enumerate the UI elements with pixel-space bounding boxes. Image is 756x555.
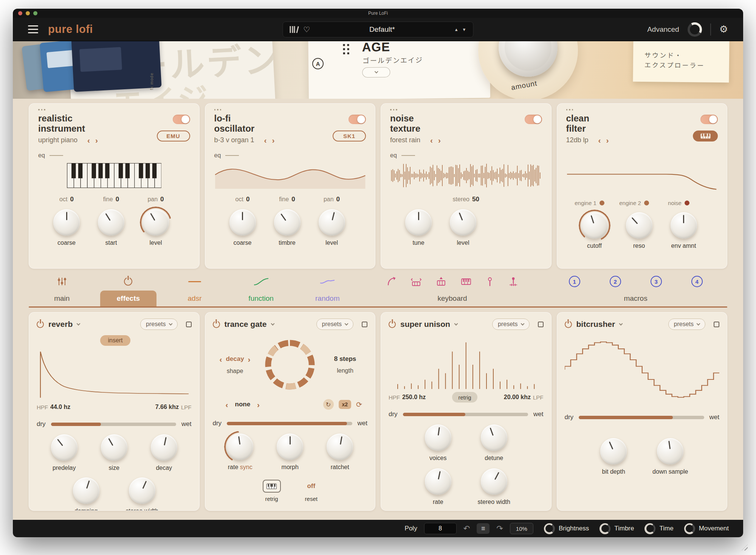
panel-options-dots[interactable] bbox=[38, 109, 190, 111]
brightness-knob[interactable] bbox=[544, 523, 555, 534]
double-speed-button[interactable]: x2 bbox=[339, 400, 352, 409]
current-preset-name[interactable]: Default* bbox=[310, 25, 454, 34]
lpf-value[interactable]: 20.00 khz bbox=[504, 394, 531, 401]
engine-2-indicator[interactable]: engine 2 bbox=[615, 199, 654, 207]
knob-cutoff[interactable]: cutoff bbox=[577, 212, 612, 249]
noise-eq-control[interactable]: eq bbox=[390, 152, 542, 159]
instrument-preset-name[interactable]: upright piano bbox=[38, 136, 77, 144]
prev-filter-icon[interactable]: ‹ bbox=[598, 136, 601, 144]
prev-preset-icon[interactable]: ‹ bbox=[264, 136, 267, 144]
ui-zoom-button[interactable]: 10% bbox=[510, 523, 533, 534]
gate-shape-selector[interactable]: ‹ decay › bbox=[219, 355, 250, 363]
library-icon[interactable] bbox=[290, 26, 297, 33]
knob-coarse[interactable]: coarse bbox=[225, 209, 260, 246]
panel-options-dots[interactable] bbox=[390, 109, 542, 111]
knob-down-sample[interactable]: down sample bbox=[651, 438, 690, 475]
favorite-icon[interactable]: ♡ bbox=[303, 25, 310, 34]
panel-options-dots[interactable] bbox=[566, 109, 718, 111]
noise-preset-name[interactable]: forest rain bbox=[390, 136, 420, 144]
knob-damping[interactable]: damping bbox=[67, 477, 106, 511]
fx-title[interactable]: reverb bbox=[48, 320, 73, 329]
preset-next-icon[interactable]: ▼ bbox=[462, 27, 466, 32]
time-knob[interactable] bbox=[644, 523, 655, 534]
knob-level[interactable]: level bbox=[445, 209, 481, 246]
knob-rate[interactable]: rate sync bbox=[220, 434, 260, 471]
hpf-value[interactable]: 44.0 hz bbox=[50, 404, 70, 410]
macro-time[interactable]: Time bbox=[644, 523, 673, 534]
fx-select-chevron-icon[interactable] bbox=[271, 322, 274, 325]
tab-function[interactable]: function bbox=[228, 272, 294, 306]
tab-keyboard[interactable]: keyboard bbox=[361, 272, 544, 306]
unison-presets-button[interactable]: presets bbox=[492, 319, 529, 330]
param-pan[interactable]: pan0 bbox=[314, 196, 350, 204]
undo-icon[interactable]: ↶ bbox=[463, 524, 470, 533]
pattern-prev-icon[interactable]: ‹ bbox=[226, 401, 228, 409]
macro-2-icon[interactable]: 2 bbox=[610, 276, 621, 287]
knob-reso[interactable]: reso bbox=[621, 212, 657, 249]
insert-mode-button[interactable]: insert bbox=[100, 335, 130, 346]
minimize-button[interactable] bbox=[26, 11, 30, 16]
advanced-toggle-label[interactable]: Advanced bbox=[647, 25, 679, 34]
fx-title[interactable]: trance gate bbox=[225, 320, 267, 329]
gear-icon[interactable]: ⚙ bbox=[719, 23, 728, 35]
unison-mix-slider[interactable] bbox=[403, 413, 528, 416]
macro-3-icon[interactable]: 3 bbox=[651, 276, 662, 287]
knob-predelay[interactable]: predelay bbox=[45, 434, 84, 471]
gate-reset-control[interactable]: off reset bbox=[305, 480, 318, 502]
osc2-eq-control[interactable]: eq bbox=[214, 152, 366, 159]
copy-icon[interactable] bbox=[186, 322, 192, 327]
unison-retrig-button[interactable]: retrig bbox=[452, 392, 477, 403]
engine-badge-sk1[interactable]: SK1 bbox=[333, 131, 366, 141]
macro-brightness[interactable]: Brightness bbox=[544, 523, 589, 534]
knob-voices[interactable]: voices bbox=[418, 424, 458, 462]
lpf-value[interactable]: 7.66 khz bbox=[155, 404, 179, 410]
prev-preset-icon[interactable]: ‹ bbox=[430, 136, 433, 144]
movement-knob[interactable] bbox=[684, 523, 695, 534]
pattern-next-icon[interactable]: › bbox=[257, 401, 260, 409]
macro-1-icon[interactable]: 1 bbox=[569, 276, 580, 287]
macro-4-icon[interactable]: 4 bbox=[691, 276, 703, 287]
bitcrusher-mix-slider[interactable] bbox=[579, 416, 704, 419]
engine-badge-emu[interactable]: EMU bbox=[157, 131, 190, 141]
preset-prev-icon[interactable]: ▲ bbox=[454, 27, 459, 32]
knob-coarse[interactable]: coarse bbox=[49, 209, 84, 246]
tab-macros[interactable]: 1 2 3 4 macros bbox=[544, 272, 727, 306]
reverb-power-icon[interactable] bbox=[37, 321, 44, 328]
gate-pattern-selector[interactable]: ‹ none › bbox=[226, 401, 260, 409]
osc1-eq-control[interactable]: eq bbox=[38, 152, 190, 159]
poly-value-input[interactable]: 8 bbox=[424, 523, 457, 534]
gate-step-ring[interactable] bbox=[257, 335, 323, 395]
fx-title[interactable]: super unison bbox=[400, 320, 450, 329]
filter-power-toggle[interactable] bbox=[700, 115, 718, 124]
next-filter-icon[interactable]: › bbox=[606, 136, 609, 144]
knob-size[interactable]: size bbox=[94, 434, 134, 471]
copy-icon[interactable] bbox=[362, 322, 367, 327]
param-pan[interactable]: pan0 bbox=[138, 196, 174, 204]
knob-morph[interactable]: morph bbox=[270, 434, 310, 471]
osc2-power-toggle[interactable] bbox=[349, 115, 366, 124]
noise-power-toggle[interactable] bbox=[525, 115, 542, 124]
tab-main[interactable]: main bbox=[29, 272, 95, 306]
preset-browser-bar[interactable]: ♡ Default* ▲ ▼ bbox=[283, 22, 474, 37]
osc1-power-toggle[interactable] bbox=[173, 115, 190, 124]
copy-icon[interactable] bbox=[714, 322, 719, 327]
reverb-presets-button[interactable]: presets bbox=[140, 319, 177, 330]
hpf-value[interactable]: 250.0 hz bbox=[402, 394, 426, 401]
filter-type-name[interactable]: 12db lp bbox=[566, 136, 589, 144]
knob-level[interactable]: level bbox=[314, 209, 350, 246]
knob-detune[interactable]: detune bbox=[474, 424, 514, 462]
prev-preset-icon[interactable]: ‹ bbox=[87, 136, 90, 144]
knob-decay[interactable]: decay bbox=[144, 434, 184, 471]
fx-title[interactable]: bitcrusher bbox=[576, 320, 615, 329]
param-fine[interactable]: fine0 bbox=[93, 196, 129, 204]
tab-random[interactable]: random bbox=[294, 272, 361, 306]
param-fine[interactable]: fine0 bbox=[270, 196, 305, 204]
redo-icon[interactable]: ↷ bbox=[496, 524, 503, 533]
knob-level[interactable]: level bbox=[138, 209, 174, 246]
osc-preset-name[interactable]: b-3 v organ 1 bbox=[214, 136, 254, 144]
knob-start[interactable]: start bbox=[93, 209, 129, 246]
keytrack-badge[interactable] bbox=[693, 131, 718, 141]
knob-env-amnt[interactable]: env amnt bbox=[666, 212, 702, 249]
gate-mix-slider[interactable] bbox=[227, 422, 352, 425]
timbre-knob[interactable] bbox=[600, 523, 610, 534]
